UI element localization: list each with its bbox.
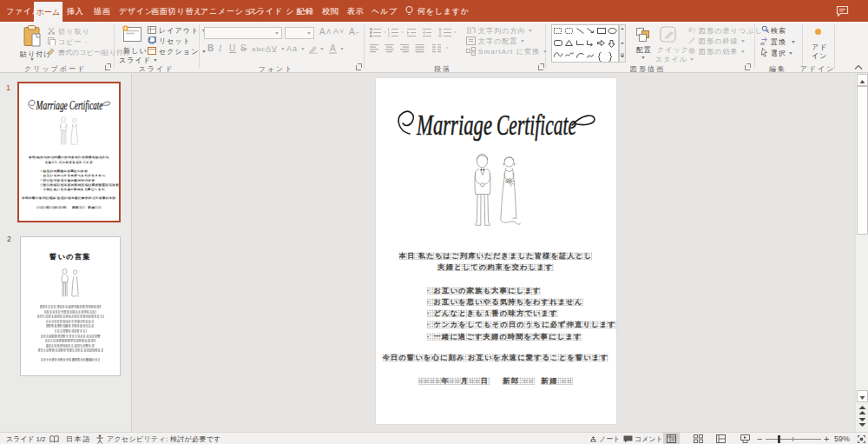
svg-text:Certificate: Certificate (69, 99, 102, 112)
svg-text:Marriage: Marriage (416, 109, 492, 141)
svg-text:ab: ab (760, 42, 766, 46)
svg-text:Certificate: Certificate (496, 109, 576, 141)
svg-text:Marriage: Marriage (36, 99, 68, 112)
